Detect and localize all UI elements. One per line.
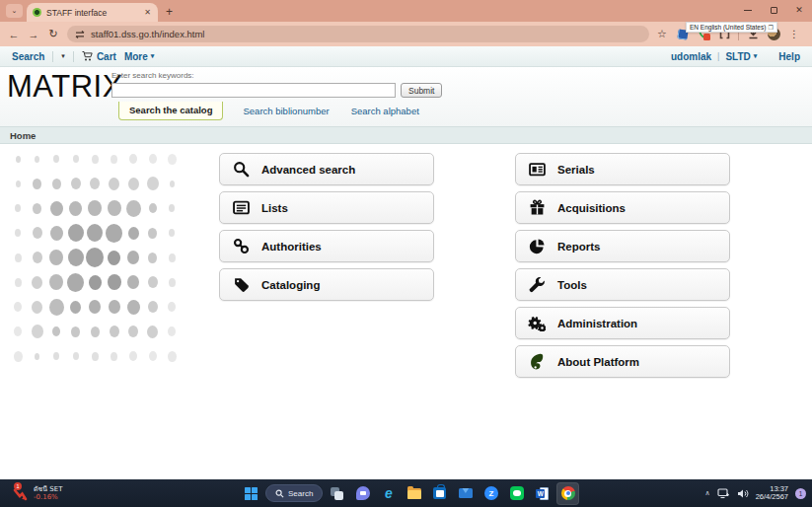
stock-trend-icon: 1 <box>12 484 30 502</box>
language-restore-icon[interactable]: ❐ <box>769 24 774 31</box>
notification-count-badge[interactable]: 1 <box>795 488 806 499</box>
network-icon[interactable] <box>717 488 730 499</box>
decorative-dot <box>87 224 103 242</box>
tray-overflow-chevron-icon[interactable]: ∧ <box>705 489 710 497</box>
gears-icon <box>528 315 546 332</box>
tab-search-biblionumber[interactable]: Search biblionumber <box>241 103 331 119</box>
decorative-dot <box>128 326 138 337</box>
browser-tab-title: STAFF interface <box>46 8 138 18</box>
decorative-dot <box>168 154 177 165</box>
browser-menu-icon[interactable]: ⋮ <box>787 28 801 41</box>
decorative-dot <box>169 278 176 287</box>
minimize-button[interactable] <box>735 0 761 20</box>
decorative-dot <box>33 227 42 239</box>
menu-button-acquisitions[interactable]: Acquisitions <box>515 191 730 224</box>
decorative-dot <box>52 326 60 336</box>
library-selector[interactable]: SLTD▾ <box>725 51 757 62</box>
decorative-dot <box>15 229 21 237</box>
breadcrumb-home-link[interactable]: Home <box>10 130 36 141</box>
tab-search-button[interactable]: ⌄ <box>6 4 23 18</box>
close-button[interactable]: ✕ <box>786 0 812 20</box>
decorative-dot <box>108 251 120 265</box>
nav-more-link[interactable]: More▾ <box>124 51 154 62</box>
back-button[interactable]: ← <box>4 29 24 40</box>
bookmark-star-icon[interactable]: ☆ <box>655 28 669 41</box>
search-keywords-input[interactable] <box>111 83 396 98</box>
cart-icon <box>82 51 93 61</box>
taskbar-zoom-icon[interactable]: Z <box>480 482 502 505</box>
decorative-dot <box>108 274 121 290</box>
decorative-dot <box>148 228 157 239</box>
catalog-tabs: Search the catalogSearch biblionumberSea… <box>118 103 421 120</box>
decorative-dot <box>49 250 63 265</box>
nav-search-link[interactable]: Search <box>12 51 44 62</box>
volume-icon[interactable] <box>737 488 749 499</box>
taskbar-word-icon[interactable]: W <box>531 482 554 505</box>
decorative-dot <box>91 326 100 337</box>
decorative-dot <box>88 200 102 216</box>
taskbar-file-explorer-icon[interactable] <box>403 482 425 505</box>
taskbar-search-box[interactable]: Search <box>265 484 323 502</box>
link-icon <box>232 238 250 255</box>
decorative-dot <box>110 326 119 337</box>
help-link[interactable]: Help <box>778 51 800 62</box>
taskbar-chrome-icon[interactable] <box>556 482 579 505</box>
url-text: staff01.dss.go.th/index.html <box>91 29 204 39</box>
taskbar-chat-icon[interactable] <box>351 482 374 505</box>
menu-button-label: Advanced search <box>261 164 355 176</box>
clock[interactable]: 13:37 26/4/2567 <box>756 485 788 502</box>
menu-button-label: About Platform <box>557 356 639 368</box>
taskbar-task-view-icon[interactable] <box>326 482 348 505</box>
maximize-button[interactable] <box>761 0 786 20</box>
nav-cart-link[interactable]: Cart <box>82 51 116 62</box>
tab-search-alphabet[interactable]: Search alphabet <box>349 103 421 119</box>
menu-column-left: Advanced searchListsAuthoritiesCatalogin… <box>219 153 434 307</box>
taskbar-mail-icon[interactable] <box>454 482 477 505</box>
decorative-dot <box>70 301 81 314</box>
forward-button[interactable]: → <box>24 29 43 40</box>
decorative-dot <box>53 155 59 163</box>
address-bar[interactable]: staff01.dss.go.th/index.html <box>67 26 649 42</box>
tab-search-the-catalog[interactable]: Search the catalog <box>118 102 223 120</box>
new-tab-button[interactable]: + <box>166 5 173 19</box>
taskbar-store-icon[interactable] <box>428 482 451 505</box>
menu-button-lists[interactable]: Lists <box>219 191 434 224</box>
logged-in-user-link[interactable]: udomlak <box>671 51 711 62</box>
taskbar-line-icon[interactable] <box>505 482 528 505</box>
decorative-dot <box>147 326 158 338</box>
decorative-dot <box>169 204 175 212</box>
decorative-dot <box>106 224 122 243</box>
taskbar-internet-explorer-icon[interactable]: e <box>377 482 400 505</box>
widget-stock-change: -0.16% <box>34 493 62 501</box>
staff-top-nav: Search ▾ Cart More▾ udomlak | SLTD▾ Help <box>0 46 812 67</box>
decorative-dot <box>111 155 117 164</box>
decorative-dot <box>14 302 22 312</box>
decorative-dot <box>92 155 99 164</box>
menu-button-reports[interactable]: Reports <box>515 230 730 262</box>
decorative-dot <box>15 278 22 287</box>
decorative-dot <box>53 352 59 360</box>
decorative-dot <box>127 300 140 315</box>
decorative-dot <box>129 154 137 164</box>
reload-button[interactable]: ↻ <box>43 28 63 40</box>
menu-button-advanced-search[interactable]: Advanced search <box>219 153 434 185</box>
taskbar-start-icon[interactable] <box>240 482 262 505</box>
decorative-dot <box>169 229 175 237</box>
submit-button[interactable]: Submit <box>401 83 442 98</box>
widgets-button[interactable]: 1 ดัชนี SET -0.16% <box>8 479 66 507</box>
decorative-dot <box>69 201 82 216</box>
menu-button-tools[interactable]: Tools <box>515 268 730 301</box>
decorative-dot <box>111 352 117 361</box>
browser-tab[interactable]: STAFF interface ✕ <box>27 3 158 22</box>
site-favicon <box>33 8 41 17</box>
tab-close-icon[interactable]: ✕ <box>143 8 152 17</box>
search-dropdown-caret[interactable]: ▾ <box>61 52 65 60</box>
menu-button-label: Reports <box>557 241 600 253</box>
menu-button-administration[interactable]: Administration <box>515 307 730 339</box>
decorative-dot <box>68 249 84 266</box>
menu-button-about-platform[interactable]: About Platform <box>515 345 730 378</box>
site-info-icon[interactable] <box>75 30 85 39</box>
menu-button-serials[interactable]: Serials <box>515 153 730 185</box>
menu-button-authorities[interactable]: Authorities <box>219 230 434 262</box>
menu-button-cataloging[interactable]: Cataloging <box>219 268 434 301</box>
